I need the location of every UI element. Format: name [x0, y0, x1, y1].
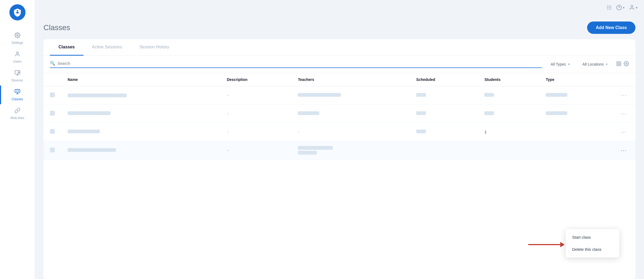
svg-rect-3: [18, 72, 19, 73]
col-header-name: Name: [61, 73, 220, 86]
svg-point-12: [609, 9, 609, 9]
grid-icon[interactable]: [606, 5, 612, 10]
row3-teachers-cell: -: [291, 123, 410, 141]
row1-teacher-skeleton: [298, 93, 341, 97]
main-card: Classes Active Sessions Session History …: [43, 39, 635, 279]
sidebar-weblinks-label: Web links: [10, 116, 24, 120]
table-row: - ···: [43, 105, 635, 123]
row4-more-button[interactable]: ···: [619, 146, 629, 155]
col-header-students: Students: [478, 73, 539, 86]
arrow-shaft: [528, 244, 560, 245]
row2-desc-cell: -: [220, 105, 291, 123]
classes-table: Name Description Teachers Scheduled Stud…: [43, 73, 635, 160]
active-indicator: [0, 85, 1, 104]
context-menu-start-class[interactable]: Start class: [566, 231, 619, 243]
search-bar: 🔍 All Types ▾ All Locations ▾: [43, 56, 635, 73]
all-types-dropdown[interactable]: All Types ▾: [546, 60, 574, 69]
row4-actions-cell: ···: [612, 141, 635, 160]
view-icons: [616, 61, 629, 68]
search-input[interactable]: [57, 61, 542, 66]
row2-more-button[interactable]: ···: [619, 109, 629, 118]
tab-active-sessions[interactable]: Active Sessions: [83, 39, 131, 56]
user-chevron: ▾: [636, 6, 638, 10]
sidebar-item-settings[interactable]: Settings: [0, 29, 35, 48]
row1-checkbox-cell: [43, 86, 61, 105]
row1-type-cell: [539, 86, 612, 105]
col-header-type: Type: [539, 73, 612, 86]
grid-view-icon[interactable]: [616, 61, 621, 68]
row2-name-cell: [61, 105, 220, 123]
svg-point-9: [609, 7, 609, 8]
tab-session-history[interactable]: Session History: [131, 39, 178, 56]
svg-point-6: [609, 6, 609, 6]
svg-point-16: [631, 5, 633, 7]
classes-icon: [14, 89, 20, 96]
row3-type-cell: [539, 123, 612, 141]
context-menu-delete-class[interactable]: Delete this class: [566, 243, 619, 255]
tab-classes[interactable]: Classes: [50, 39, 83, 56]
row2-teachers-cell: [291, 105, 410, 123]
row3-checkbox-skeleton: [50, 129, 55, 134]
svg-rect-20: [619, 64, 621, 66]
app-logo[interactable]: [9, 4, 25, 20]
svg-rect-19: [617, 64, 619, 66]
delete-arrow-indicator: [528, 242, 565, 247]
sidebar-item-weblinks[interactable]: Web links: [0, 104, 35, 123]
row2-scheduled-skeleton: [416, 111, 426, 115]
row4-name-skeleton: [68, 148, 116, 152]
col-checkbox: [43, 73, 61, 86]
users-icon: [14, 51, 20, 58]
sidebar-item-classes[interactable]: Classes: [0, 85, 35, 104]
col-header-scheduled: Scheduled: [410, 73, 478, 86]
help-chevron: ▾: [623, 6, 625, 10]
settings-icon: [14, 32, 20, 39]
row2-scheduled-cell: [410, 105, 478, 123]
help-icon[interactable]: ▾: [616, 5, 625, 10]
row3-name-cell: [61, 123, 220, 141]
sidebar-item-devices[interactable]: Devices: [0, 67, 35, 85]
settings-view-icon[interactable]: [624, 61, 629, 68]
row3-more-button[interactable]: ···: [619, 128, 629, 136]
arrow-head: [560, 242, 565, 247]
row4-scheduled-cell: [410, 141, 478, 160]
add-new-class-button[interactable]: Add New Class: [587, 22, 635, 34]
row1-type-skeleton: [546, 93, 567, 97]
row3-checkbox-cell: [43, 123, 61, 141]
svg-point-0: [17, 34, 18, 36]
row2-students-skeleton: [484, 111, 494, 115]
row3-name-skeleton: [68, 130, 100, 133]
user-profile-icon[interactable]: ▾: [629, 5, 638, 10]
row3-students-cell: 1: [478, 123, 539, 141]
top-bar: ▾ ▾: [35, 0, 644, 15]
table-row: - ···: [43, 86, 635, 105]
svg-point-13: [610, 9, 611, 9]
table-row: - ···: [43, 141, 635, 160]
row1-scheduled-skeleton: [416, 93, 426, 97]
row4-teachers-cell: [291, 141, 410, 160]
svg-rect-4: [15, 90, 20, 93]
row2-checkbox-cell: [43, 105, 61, 123]
sidebar-item-users[interactable]: Users: [0, 48, 35, 67]
row4-type-cell: [539, 141, 612, 160]
devices-icon: [14, 70, 20, 77]
sidebar-settings-label: Settings: [12, 41, 23, 45]
row2-type-cell: [539, 105, 612, 123]
row4-teacher2-skeleton: [298, 151, 317, 155]
row1-more-button[interactable]: ···: [619, 91, 629, 99]
tabs-container: Classes Active Sessions Session History: [43, 39, 635, 56]
svg-point-10: [610, 7, 611, 8]
shield-icon: [13, 8, 22, 17]
all-locations-chevron: ▾: [606, 62, 608, 66]
row1-teachers-cell: [291, 86, 410, 105]
col-header-teachers: Teachers: [291, 73, 410, 86]
col-header-description: Description: [220, 73, 291, 86]
weblinks-icon: [14, 108, 20, 115]
table-row: - - 1 ···: [43, 123, 635, 141]
row4-checkbox-skeleton: [50, 148, 55, 152]
svg-rect-18: [619, 62, 621, 63]
row4-checkbox-cell: [43, 141, 61, 160]
row2-students-cell: [478, 105, 539, 123]
sidebar-users-label: Users: [13, 60, 21, 63]
all-locations-dropdown[interactable]: All Locations ▾: [578, 60, 612, 69]
col-actions: [612, 73, 635, 86]
